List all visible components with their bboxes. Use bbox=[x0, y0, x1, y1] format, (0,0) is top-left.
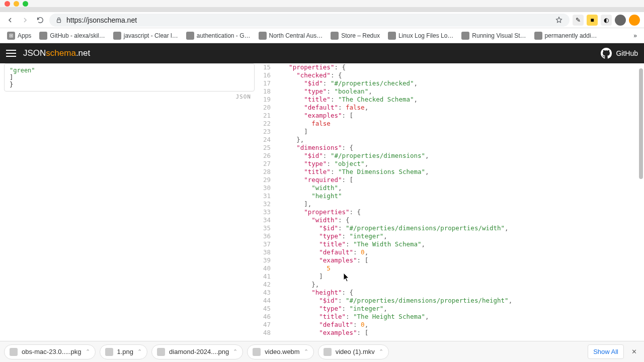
code-line: "type": "object", bbox=[274, 160, 644, 168]
code-line: "height": { bbox=[274, 289, 644, 297]
line-number: 44 bbox=[259, 297, 271, 305]
profile-avatar[interactable] bbox=[615, 15, 626, 26]
code-line: "properties": { bbox=[274, 208, 644, 216]
chevron-up-icon[interactable]: ⌃ bbox=[86, 348, 90, 355]
file-icon bbox=[157, 348, 165, 356]
code-line: "examples": [ bbox=[274, 256, 644, 264]
extension-icon[interactable]: ◐ bbox=[601, 15, 612, 26]
code-line: "required": [ bbox=[274, 176, 644, 184]
code-line: ], bbox=[274, 200, 644, 208]
url-text: https://jsonschema.net bbox=[66, 16, 137, 24]
code-line: "title": "The Width Schema", bbox=[274, 240, 644, 248]
code-line: "properties": { bbox=[274, 63, 644, 71]
editor-line: ] bbox=[10, 74, 249, 81]
code-line: 5 bbox=[274, 264, 644, 273]
code-line: "title": "The Height Schema", bbox=[274, 313, 644, 321]
file-icon bbox=[324, 348, 332, 356]
input-pane: "green" ]} JSON bbox=[0, 63, 259, 341]
line-number: 29 bbox=[259, 176, 271, 184]
lx-icon bbox=[388, 32, 396, 40]
download-item[interactable]: video (1).mkv⌃ bbox=[318, 344, 389, 359]
address-bar[interactable]: https://jsonschema.net bbox=[49, 14, 570, 27]
gh-icon bbox=[534, 32, 542, 40]
line-number: 43 bbox=[259, 289, 271, 297]
bookmark-item[interactable]: javascript - Clear l… bbox=[110, 30, 181, 42]
gh-icon bbox=[39, 32, 47, 40]
bookmark-label: authentication - G… bbox=[197, 32, 251, 39]
extension-icon[interactable]: ■ bbox=[587, 15, 598, 26]
code-line: "$id": "#/properties/dimensions/properti… bbox=[274, 224, 644, 232]
bookmarks-overflow[interactable]: » bbox=[630, 30, 640, 41]
line-number: 31 bbox=[259, 192, 271, 200]
code-line: "checked": { bbox=[274, 71, 644, 79]
code-line: "height" bbox=[274, 192, 644, 200]
chevron-up-icon[interactable]: ⌃ bbox=[379, 348, 383, 355]
close-window-button[interactable] bbox=[5, 1, 10, 7]
line-number: 33 bbox=[259, 208, 271, 216]
reload-button[interactable] bbox=[34, 14, 46, 26]
github-link[interactable]: GitHub bbox=[601, 48, 638, 59]
chevron-up-icon[interactable]: ⌃ bbox=[304, 348, 308, 355]
schema-output-pane: 1516171819202122232425262728293031323334… bbox=[259, 63, 644, 341]
star-icon[interactable] bbox=[554, 16, 564, 25]
chevron-up-icon[interactable]: ⌃ bbox=[233, 348, 237, 355]
line-number: 27 bbox=[259, 160, 271, 168]
line-number: 48 bbox=[259, 329, 271, 337]
extension-icon[interactable] bbox=[629, 15, 640, 26]
code-line: "width": { bbox=[274, 216, 644, 224]
download-filename: diamond-2024....png bbox=[169, 348, 229, 355]
line-number: 22 bbox=[259, 120, 271, 128]
line-number: 17 bbox=[259, 79, 271, 87]
code-line: "$id": "#/properties/checked", bbox=[274, 79, 644, 87]
maximize-window-button[interactable] bbox=[23, 1, 28, 7]
app-brand: JSONschema.net bbox=[23, 48, 90, 58]
lock-icon bbox=[55, 17, 62, 24]
window-controls bbox=[0, 0, 644, 7]
code-line: "title": "The Dimensions Schema", bbox=[274, 168, 644, 176]
close-downloads-bar[interactable]: ✕ bbox=[628, 346, 640, 358]
editor-mode-label: JSON bbox=[236, 94, 252, 100]
minimize-window-button[interactable] bbox=[14, 1, 19, 7]
line-gutter: 1516171819202122232425262728293031323334… bbox=[259, 63, 274, 341]
github-icon bbox=[601, 48, 612, 59]
bookmark-item[interactable]: Running Visual St… bbox=[458, 30, 529, 42]
bookmark-item[interactable]: authentication - G… bbox=[183, 30, 254, 42]
code-line: "$id": "#/properties/dimensions", bbox=[274, 152, 644, 160]
show-all-downloads[interactable]: Show All bbox=[588, 344, 624, 359]
code-line: "examples": [ bbox=[274, 112, 644, 120]
extension-icon[interactable]: ✎ bbox=[573, 15, 584, 26]
download-item[interactable]: diamond-2024....png⌃ bbox=[151, 344, 243, 359]
line-number: 37 bbox=[259, 240, 271, 248]
code-line: "$id": "#/properties/dimensions/properti… bbox=[274, 297, 644, 305]
schema-code[interactable]: "properties": { "checked": { "$id": "#/p… bbox=[274, 63, 644, 341]
bookmark-item[interactable]: ⊞Apps bbox=[4, 30, 34, 42]
so-icon bbox=[113, 32, 121, 40]
line-number: 18 bbox=[259, 87, 271, 96]
download-item[interactable]: video.webm⌃ bbox=[247, 344, 313, 359]
code-line: }, bbox=[274, 136, 644, 144]
menu-button[interactable] bbox=[6, 50, 16, 57]
so-icon bbox=[186, 32, 194, 40]
json-input-editor[interactable]: "green" ]} JSON bbox=[4, 63, 255, 92]
download-item[interactable]: 1.png⌃ bbox=[100, 344, 148, 359]
browser-tabstrip[interactable] bbox=[0, 7, 644, 12]
line-number: 16 bbox=[259, 71, 271, 79]
bookmark-item[interactable]: permanently addi… bbox=[531, 30, 600, 42]
bookmark-item[interactable]: Linux Log Files Lo… bbox=[385, 30, 456, 42]
code-line: ] bbox=[274, 273, 644, 281]
bookmark-item[interactable]: Store – Redux bbox=[328, 30, 383, 42]
code-line: ] bbox=[274, 128, 644, 136]
line-number: 39 bbox=[259, 256, 271, 264]
forward-button[interactable] bbox=[19, 14, 31, 26]
line-number: 34 bbox=[259, 216, 271, 224]
code-line: }, bbox=[274, 281, 644, 289]
back-button[interactable] bbox=[4, 14, 16, 26]
download-item[interactable]: obs-mac-23.0.....pkg⌃ bbox=[4, 344, 96, 359]
line-number: 42 bbox=[259, 281, 271, 289]
svg-rect-0 bbox=[57, 20, 61, 22]
browser-toolbar: https://jsonschema.net ✎ ■ ◐ bbox=[0, 12, 644, 28]
chevron-up-icon[interactable]: ⌃ bbox=[137, 348, 142, 355]
bookmark-item[interactable]: GitHub - alexa/skil… bbox=[36, 30, 108, 42]
bookmark-item[interactable]: North Central Aus… bbox=[256, 30, 326, 42]
scrollbar-thumb[interactable] bbox=[639, 68, 643, 179]
